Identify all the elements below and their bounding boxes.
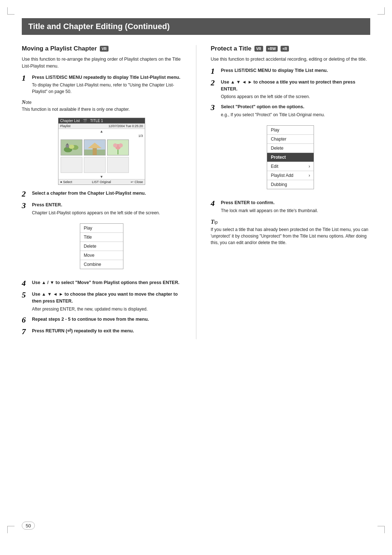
corner-mark-tl bbox=[7, 7, 15, 15]
left-heading-text: Moving a Playlist Chapter bbox=[22, 45, 97, 52]
cs-thumb-empty-2 bbox=[84, 157, 106, 173]
right-menu-wrap: Play Chapter Delete Protect Edit › Playl… bbox=[211, 122, 371, 194]
cs-thumb-3 bbox=[107, 139, 129, 155]
cs-subheader-playlist: Playlist bbox=[60, 124, 71, 128]
right-step-2-content: Use ▲ ▼ ◄ ► to choose a title you want t… bbox=[221, 79, 371, 100]
left-step-4-bold: Use ▲ / ▼ to select "Move" from Playlist… bbox=[32, 280, 179, 285]
right-menu-protect-label: Protect bbox=[271, 155, 286, 160]
right-step-4-plain: The lock mark will appears on the title'… bbox=[221, 207, 371, 214]
right-step-2-bold: Use ▲ ▼ ◄ ► to choose a title you want t… bbox=[221, 80, 355, 92]
svg-point-3 bbox=[69, 145, 74, 149]
tip-label-suffix: ip bbox=[214, 220, 217, 225]
right-menu-item-delete: Delete bbox=[267, 144, 314, 153]
left-step-3: 3 Press ENTER. Chapter List-Playlist opt… bbox=[22, 202, 181, 216]
cs-thumbs bbox=[58, 138, 145, 174]
right-menu-item-playlist-add: Playlist Add › bbox=[267, 171, 314, 180]
right-menu-chapter-label: Chapter bbox=[271, 137, 286, 142]
left-menu-item-combine: Combine bbox=[80, 260, 123, 269]
right-section-heading: Protect a Title VR +RW +R bbox=[211, 45, 371, 52]
left-step-1-plain: To display the Chapter List-Playlist men… bbox=[32, 82, 181, 95]
page-number: 50 bbox=[26, 523, 31, 528]
left-step-2-content: Select a chapter from the Chapter List-P… bbox=[32, 190, 181, 197]
page-number-badge: 50 bbox=[22, 522, 35, 530]
svg-point-12 bbox=[113, 143, 117, 147]
note-label-letter: N bbox=[22, 100, 25, 105]
svg-rect-9 bbox=[93, 148, 97, 155]
left-intro: Use this function to re-arrange the play… bbox=[22, 56, 181, 70]
left-step-5-content: Use ▲ ▼ ◄ ► to choose the place you want… bbox=[32, 291, 181, 312]
note-label-suffix: ote bbox=[25, 100, 32, 105]
right-menu-item-edit: Edit › bbox=[267, 162, 314, 171]
right-badge-r: +R bbox=[281, 46, 289, 52]
right-step-2-plain: Options appears on the left side of the … bbox=[221, 93, 371, 100]
right-menu-item-dubbing: Dubbing bbox=[267, 180, 314, 189]
cs-subheader: Playlist 12/07/2004 Tue 0:25:20 bbox=[58, 123, 145, 129]
right-step-4-content: Press ENTER to confirm. The lock mark wi… bbox=[221, 199, 371, 214]
cs-thumb-empty-1 bbox=[61, 157, 82, 173]
corner-mark-br bbox=[377, 526, 385, 533]
note-text: This function is not available if there … bbox=[22, 107, 130, 112]
cs-footer: ● Select LIST Original ↩ Close bbox=[58, 179, 145, 185]
left-menu-delete-label: Delete bbox=[84, 244, 97, 249]
right-step-1: 1 Press LIST/DISC MENU to display Title … bbox=[211, 67, 371, 75]
left-step-5-bold: Use ▲ ▼ ◄ ► to choose the place you want… bbox=[32, 292, 178, 304]
right-options-menu: Play Chapter Delete Protect Edit › Playl… bbox=[267, 125, 314, 189]
left-column: Moving a Playlist Chapter VR Use this fu… bbox=[22, 45, 181, 339]
right-menu-edit-arrow: › bbox=[309, 164, 310, 169]
left-menu-wrap: Play Title Delete Move Combine bbox=[22, 220, 181, 274]
right-step-3-num: 3 bbox=[211, 104, 218, 112]
note-box: Note This function is not available if t… bbox=[22, 98, 181, 113]
left-menu-item-title: Title bbox=[80, 233, 123, 242]
right-menu-play-label: Play bbox=[271, 127, 279, 133]
cs-footer-list: LIST Original bbox=[92, 180, 111, 184]
right-step-4-num: 4 bbox=[211, 199, 218, 207]
left-menu-item-delete: Delete bbox=[80, 242, 123, 251]
main-content: Moving a Playlist Chapter VR Use this fu… bbox=[22, 45, 370, 339]
right-menu-playlist-add-arrow: › bbox=[309, 173, 310, 178]
page-title-banner: Title and Chapter Editing (Continued) bbox=[22, 18, 370, 35]
right-menu-edit-label: Edit bbox=[271, 164, 278, 169]
right-step-1-content: Press LIST/DISC MENU to display Title Li… bbox=[221, 67, 371, 74]
left-step-3-num: 3 bbox=[22, 202, 29, 210]
left-step-4-num: 4 bbox=[22, 279, 29, 287]
left-menu-play-label: Play bbox=[84, 226, 92, 231]
right-menu-item-chapter: Chapter bbox=[267, 135, 314, 144]
left-step-7-content: Press RETURN (⏎) repeatedly to exit the … bbox=[32, 328, 181, 335]
right-step-4-bold: Press ENTER to confirm. bbox=[221, 200, 275, 205]
left-step-1: 1 Press LIST/DISC MENU repeatedly to dis… bbox=[22, 74, 181, 95]
right-intro: Use this function to protect accidental … bbox=[211, 56, 371, 63]
cs-subheader-date: 12/07/2004 Tue 0:25:20 bbox=[109, 124, 143, 128]
cs-count: 1/3 bbox=[58, 134, 145, 138]
left-menu-item-move: Move bbox=[80, 251, 123, 260]
left-step-4-content: Use ▲ / ▼ to select "Move" from Playlist… bbox=[32, 279, 181, 286]
right-badge-rw: +RW bbox=[266, 46, 278, 52]
left-step-7: 7 Press RETURN (⏎) repeatedly to exit th… bbox=[22, 328, 181, 336]
cs-thumb-empty-3 bbox=[107, 157, 129, 173]
left-step-3-bold: Press ENTER. bbox=[32, 202, 62, 207]
right-badge-vr: VR bbox=[254, 46, 263, 52]
left-step-3-plain: Chapter List-Playlist options appears on… bbox=[32, 210, 181, 216]
right-menu-playlist-add-label: Playlist Add bbox=[271, 173, 293, 178]
chapter-screenshot: Chapter List 🎬 TITLE 1 Playlist 12/07/20… bbox=[58, 118, 145, 185]
right-step-1-bold: Press LIST/DISC MENU to display Title Li… bbox=[221, 68, 328, 73]
tip-label-letter: T bbox=[211, 219, 215, 225]
right-menu-item-protect: Protect bbox=[267, 153, 314, 162]
left-step-5-plain: After pressing ENTER, the new, updated m… bbox=[32, 306, 181, 312]
right-heading-text: Protect a Title bbox=[211, 45, 252, 52]
page-title: Title and Chapter Editing (Continued) bbox=[28, 22, 170, 31]
left-step-1-num: 1 bbox=[22, 74, 29, 82]
left-step-6: 6 Repeat steps 2 - 5 to continue to move… bbox=[22, 316, 181, 324]
right-menu-dubbing-label: Dubbing bbox=[271, 182, 287, 187]
left-step-6-content: Repeat steps 2 - 5 to continue to move f… bbox=[32, 316, 181, 323]
left-menu-title-label: Title bbox=[84, 235, 92, 240]
page-number-area: 50 bbox=[22, 522, 35, 530]
left-step-2: 2 Select a chapter from the Chapter List… bbox=[22, 190, 181, 198]
left-step-4: 4 Use ▲ / ▼ to select "Move" from Playli… bbox=[22, 279, 181, 287]
left-step-5-num: 5 bbox=[22, 291, 29, 299]
svg-point-4 bbox=[66, 145, 69, 148]
left-step-5: 5 Use ▲ ▼ ◄ ► to choose the place you wa… bbox=[22, 291, 181, 312]
left-step-2-num: 2 bbox=[22, 190, 29, 198]
right-menu-delete-label: Delete bbox=[271, 146, 283, 151]
tip-box: Tip If you select a title that has alrea… bbox=[211, 218, 371, 246]
left-step-7-bold: Press RETURN (⏎) repeatedly to exit the … bbox=[32, 328, 134, 333]
